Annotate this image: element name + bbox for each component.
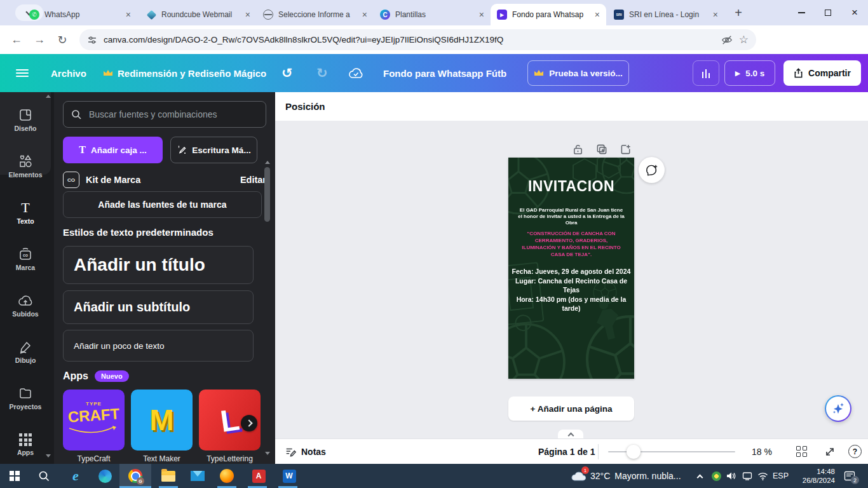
sidebar-item-dibujo[interactable]: Dibujo bbox=[0, 332, 51, 372]
bar-chart-icon bbox=[701, 68, 711, 78]
omnibox[interactable]: canva.com/design/DAGO-2-O_Rw/c7OVSAdk8ll… bbox=[79, 29, 756, 50]
eye-off-icon[interactable] bbox=[721, 34, 733, 46]
close-icon[interactable]: × bbox=[478, 10, 485, 20]
sidebar-item-proyectos[interactable]: Proyectos bbox=[0, 378, 51, 419]
site-settings-icon[interactable] bbox=[87, 35, 97, 45]
add-page-icon[interactable] bbox=[620, 144, 632, 155]
sidebar-item-texto[interactable]: T Texto bbox=[0, 193, 51, 233]
timeline-expand-tab[interactable] bbox=[558, 430, 583, 438]
taskbar-edge-icon[interactable] bbox=[90, 464, 119, 488]
design-page[interactable]: INVITACION El GAD Parroquial Rural de Sa… bbox=[508, 158, 634, 379]
taskbar-chrome-icon[interactable]: G bbox=[119, 464, 151, 488]
back-icon[interactable]: ← bbox=[5, 33, 28, 46]
lock-icon[interactable] bbox=[573, 144, 583, 155]
trial-button[interactable]: Prueba la versió... bbox=[527, 60, 629, 86]
close-icon[interactable]: × bbox=[125, 10, 132, 20]
add-textbox-button[interactable]: T Añadir caja ... bbox=[63, 137, 163, 163]
design-details: Fecha: Jueves, 29 de agosto del 2024 Lug… bbox=[511, 267, 632, 313]
tab-sri[interactable]: SRI SRI en Línea - Login × bbox=[607, 4, 724, 25]
notes-icon bbox=[285, 446, 296, 458]
close-icon[interactable]: × bbox=[244, 10, 252, 20]
fullscreen-icon[interactable] bbox=[824, 446, 836, 458]
screen: ✆ WhatsApp × Roundcube Webmail × Selecci… bbox=[0, 0, 868, 488]
tray-show-hidden[interactable] bbox=[698, 464, 702, 488]
panel-scroll-up-icon[interactable] bbox=[265, 161, 270, 164]
notes-button[interactable]: Notas bbox=[285, 439, 326, 464]
duplicate-page-icon[interactable] bbox=[596, 144, 607, 155]
brand-kit-row: CO Kit de Marca Editar bbox=[63, 171, 266, 189]
style-subtitle-item[interactable]: Añadir un subtítulo bbox=[63, 290, 254, 324]
close-icon[interactable]: × bbox=[712, 10, 719, 20]
taskbar-search-button[interactable] bbox=[29, 464, 58, 488]
sidebar-item-elementos[interactable]: Elementos bbox=[0, 146, 51, 187]
tray-language[interactable]: ESP bbox=[773, 464, 789, 488]
add-brand-fonts-button[interactable]: Añade las fuentes de tu marca bbox=[63, 191, 262, 218]
chevron-up-icon bbox=[697, 474, 703, 480]
tray-volume-icon[interactable] bbox=[726, 464, 736, 488]
sidebar-item-apps[interactable]: Apps bbox=[0, 424, 51, 465]
new-tab-button[interactable]: + bbox=[729, 4, 747, 22]
add-comment-button[interactable] bbox=[639, 157, 665, 183]
panel-scroll-down-icon[interactable] bbox=[265, 452, 270, 455]
apps-carousel-next-button[interactable] bbox=[241, 415, 257, 431]
tab-roundcube[interactable]: Roundcube Webmail × bbox=[140, 4, 257, 25]
tray-wifi-icon[interactable] bbox=[757, 464, 768, 488]
app-tile-typecraft[interactable]: TYPE CRAFT bbox=[63, 390, 125, 451]
help-button[interactable]: ? bbox=[848, 445, 862, 458]
menu-archivo[interactable]: Archivo bbox=[51, 54, 86, 92]
taskbar-explorer-icon[interactable] bbox=[154, 464, 183, 488]
grid-view-button[interactable] bbox=[796, 446, 807, 457]
style-title-item[interactable]: Añadir un título bbox=[63, 246, 254, 284]
tab-title: Roundcube Webmail bbox=[161, 10, 239, 19]
taskbar-word-icon[interactable]: W bbox=[275, 464, 304, 488]
taskbar-acrobat-icon[interactable]: A bbox=[244, 464, 273, 488]
start-button[interactable] bbox=[0, 464, 29, 488]
taskbar-mail-icon[interactable] bbox=[183, 464, 212, 488]
search-input[interactable] bbox=[88, 109, 258, 120]
search-box[interactable] bbox=[63, 101, 266, 128]
forward-icon[interactable]: → bbox=[28, 33, 51, 46]
sidebar-item-diseno[interactable]: Diseño bbox=[0, 100, 51, 140]
taskbar-firefox-icon[interactable] bbox=[212, 464, 241, 488]
taskbar-ie-icon[interactable]: e bbox=[61, 464, 90, 488]
brand-kit-edit-link[interactable]: Editar bbox=[240, 175, 266, 185]
text-panel: T Añadir caja ... Escritura Má... CO Kit… bbox=[54, 92, 275, 464]
page-mini-toolbar bbox=[573, 144, 632, 155]
close-icon[interactable]: × bbox=[361, 10, 369, 20]
tray-cast-icon[interactable] bbox=[742, 464, 752, 488]
canva-header: Archivo Redimensión y Rediseño Mágico ↺ … bbox=[0, 54, 868, 92]
insights-button[interactable] bbox=[693, 60, 719, 86]
tray-antivirus-icon[interactable] bbox=[712, 464, 721, 488]
taskbar-weather[interactable]: 1 32°C Mayorm. nubla... bbox=[571, 464, 681, 488]
magic-write-button[interactable]: Escritura Má... bbox=[170, 137, 257, 163]
sidebar-item-marca[interactable]: co Marca bbox=[0, 239, 51, 280]
undo-button[interactable]: ↺ bbox=[281, 54, 293, 92]
sidebar-item-subidos[interactable]: Subidos bbox=[0, 285, 51, 326]
style-body-item[interactable]: Añadir un poco de texto bbox=[63, 330, 254, 362]
present-button[interactable]: ▶ 5.0 s bbox=[724, 60, 775, 86]
app-tile-textmaker[interactable]: M bbox=[131, 390, 193, 451]
notification-center-button[interactable]: 2 bbox=[844, 464, 855, 488]
close-icon[interactable]: × bbox=[593, 10, 601, 20]
maximize-button[interactable] bbox=[815, 0, 841, 25]
bookmark-star-icon[interactable]: ☆ bbox=[739, 33, 749, 46]
tab-seleccione[interactable]: Seleccione Informe a × bbox=[257, 4, 374, 25]
panel-scrollbar-thumb[interactable] bbox=[264, 167, 270, 222]
menu-magic-resize[interactable]: Redimensión y Rediseño Mágico bbox=[103, 54, 266, 92]
share-button[interactable]: Compartir bbox=[783, 60, 861, 86]
tab-plantillas[interactable]: C Plantillas × bbox=[374, 4, 491, 25]
document-title[interactable]: Fondo para Whatsapp Fútb... bbox=[383, 54, 507, 92]
window-close-button[interactable]: × bbox=[841, 0, 868, 25]
minimize-button[interactable] bbox=[788, 0, 815, 25]
tab-whatsapp[interactable]: ✆ WhatsApp × bbox=[23, 4, 137, 25]
magic-assistant-button[interactable] bbox=[825, 395, 851, 422]
reload-icon[interactable]: ↻ bbox=[51, 33, 74, 47]
tab-fondo-active[interactable]: ▶ Fondo para Whatsap × bbox=[491, 4, 606, 25]
rail-scroll-up-icon[interactable] bbox=[46, 95, 51, 98]
zoom-slider-handle[interactable] bbox=[627, 445, 641, 459]
add-page-button[interactable]: + Añadir una página bbox=[508, 396, 634, 421]
tray-clock[interactable]: 14:48 26/8/2024 bbox=[796, 464, 835, 488]
redo-button[interactable]: ↻ bbox=[316, 54, 328, 92]
main-menu-button[interactable] bbox=[16, 54, 29, 92]
position-button[interactable]: Posición bbox=[285, 101, 325, 112]
